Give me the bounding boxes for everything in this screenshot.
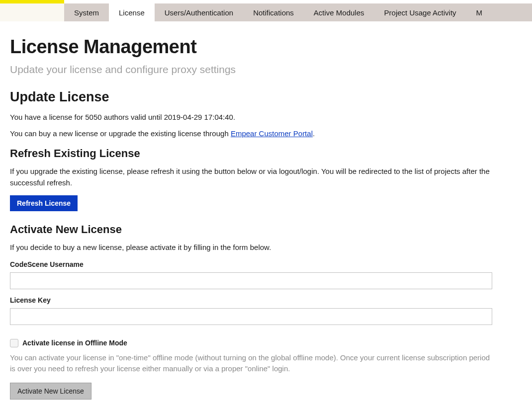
empear-portal-link[interactable]: Empear Customer Portal bbox=[231, 129, 313, 138]
activate-license-text: If you decide to buy a new license, plea… bbox=[10, 242, 492, 253]
tab-notifications[interactable]: Notifications bbox=[243, 3, 304, 21]
tab-active-modules[interactable]: Active Modules bbox=[304, 3, 374, 21]
nav-tabs: System License Users/Authentication Noti… bbox=[64, 3, 532, 21]
license-authors-count: 5050 bbox=[85, 113, 101, 121]
page-title: License Management bbox=[10, 36, 492, 58]
tab-project-usage-activity[interactable]: Project Usage Activity bbox=[374, 3, 466, 21]
offline-mode-checkbox[interactable] bbox=[10, 339, 18, 347]
refresh-license-text: If you upgrade the existing license, ple… bbox=[10, 166, 492, 188]
tab-users-authentication[interactable]: Users/Authentication bbox=[155, 3, 243, 21]
brand-accent-bar bbox=[0, 0, 64, 3]
tab-license[interactable]: License bbox=[109, 3, 155, 21]
activate-license-button[interactable]: Activate New License bbox=[10, 383, 91, 400]
username-label: CodeScene Username bbox=[10, 260, 492, 268]
username-input[interactable] bbox=[10, 272, 492, 289]
tab-more[interactable]: M bbox=[466, 3, 493, 21]
license-valid-until: 2019-04-29 17:04:40 bbox=[164, 113, 233, 121]
tab-system[interactable]: System bbox=[64, 3, 109, 21]
update-license-heading: Update License bbox=[10, 89, 492, 105]
offline-mode-row: Activate license in Offline Mode bbox=[10, 339, 492, 347]
top-nav: System License Users/Authentication Noti… bbox=[0, 3, 532, 21]
refresh-license-button[interactable]: Refresh License bbox=[10, 195, 78, 211]
page-subtitle: Update your license and configure proxy … bbox=[10, 64, 492, 76]
refresh-license-heading: Refresh Existing License bbox=[10, 147, 492, 160]
offline-mode-label: Activate license in Offline Mode bbox=[22, 339, 127, 347]
offline-mode-help: You can activate your license in "one-ti… bbox=[10, 352, 492, 375]
license-key-input[interactable] bbox=[10, 308, 492, 325]
license-status-text: You have a license for 5050 authors vali… bbox=[10, 112, 492, 123]
license-key-label: License Key bbox=[10, 296, 492, 304]
nav-spacer bbox=[0, 3, 64, 21]
activate-license-heading: Activate New License bbox=[10, 223, 492, 236]
buy-license-text: You can buy a new license or upgrade the… bbox=[10, 128, 492, 140]
page-content: License Management Update your license a… bbox=[0, 21, 502, 407]
